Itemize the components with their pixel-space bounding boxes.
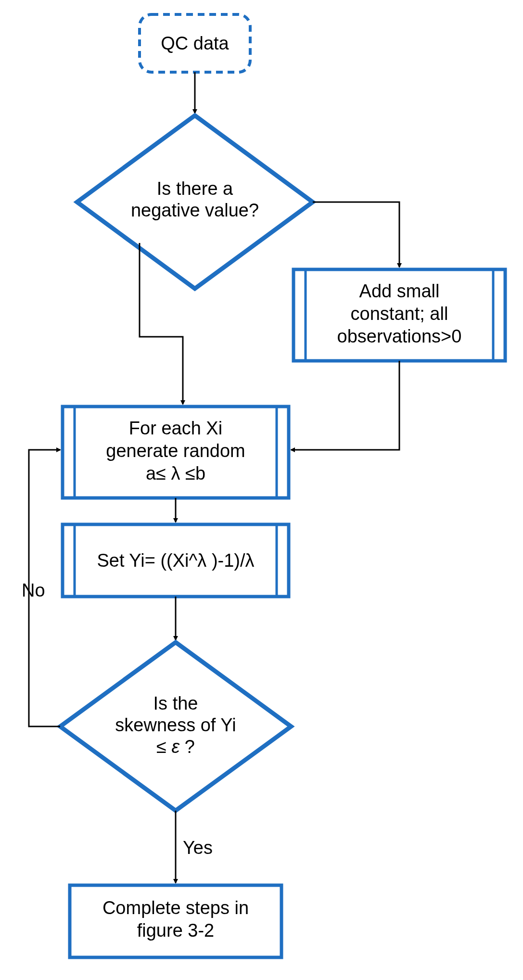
process-gen-l1: For each Xi bbox=[129, 418, 222, 438]
node-process-add-constant: Add small constant; all observations>0 bbox=[293, 269, 505, 361]
edge-decision1-yes-to-add bbox=[313, 202, 399, 267]
process-gen-l2: generate random bbox=[106, 441, 245, 461]
node-process-set: Set Yi= ((Xi^λ )‑1)/λ bbox=[63, 524, 289, 597]
node-decision-skewness: Is the skewness of Yi ≤ ε ? bbox=[60, 642, 291, 811]
process-add-l1: Add small bbox=[359, 281, 440, 301]
end-l1: Complete steps in bbox=[102, 898, 249, 918]
decision2-l3: ≤ ε ? bbox=[156, 737, 195, 757]
node-start-label: QC data bbox=[161, 33, 229, 53]
process-add-l2: constant; all bbox=[351, 304, 448, 324]
process-gen-l3: a≤ λ ≤b bbox=[146, 463, 205, 484]
end-l2: figure 3‑2 bbox=[137, 920, 215, 941]
decision2-l2: skewness of Yi bbox=[115, 715, 236, 735]
edge-label-yes: Yes bbox=[183, 838, 213, 858]
node-decision-negative: Is there a negative value? bbox=[77, 115, 313, 289]
process-add-l3: observations>0 bbox=[337, 326, 462, 346]
decision2-l1: Is the bbox=[153, 693, 198, 713]
decision1-l2: negative value? bbox=[131, 200, 259, 220]
edge-label-no: No bbox=[22, 580, 45, 600]
node-start: QC data bbox=[140, 14, 250, 72]
node-end: Complete steps in figure 3‑2 bbox=[70, 885, 281, 957]
edge-add-to-generate bbox=[291, 361, 399, 450]
flowchart-diagram: QC data Is there a negative value? Add s… bbox=[0, 0, 523, 980]
process-set-l1: Set Yi= ((Xi^λ )‑1)/λ bbox=[97, 550, 254, 571]
decision1-l1: Is there a bbox=[157, 178, 233, 199]
node-process-generate: For each Xi generate random a≤ λ ≤b bbox=[63, 407, 289, 498]
